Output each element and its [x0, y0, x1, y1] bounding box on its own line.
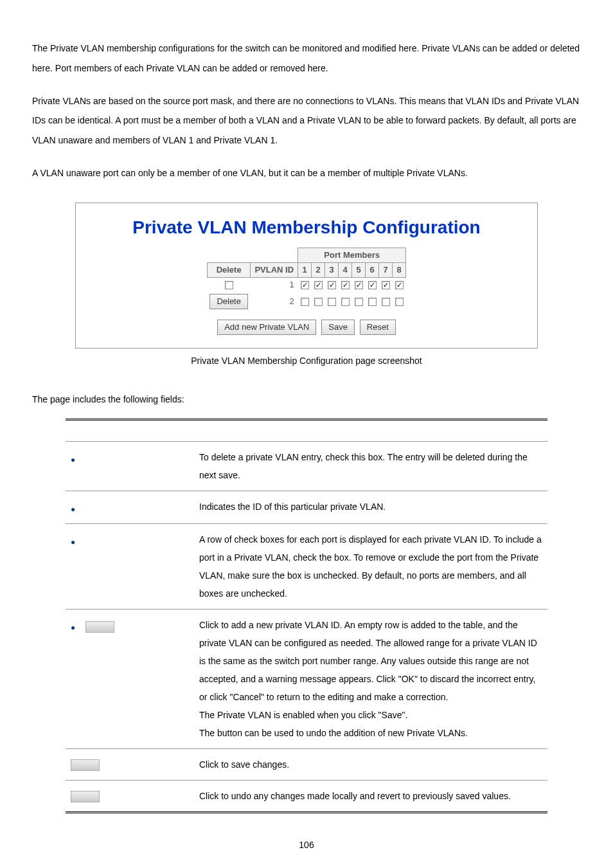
port-member-checkbox[interactable] — [341, 298, 350, 306]
intro-paragraph-3: A VLAN unaware port can only be a member… — [32, 163, 581, 183]
intro-paragraph-1: The Private VLAN membership configuratio… — [32, 39, 581, 78]
port-member-checkbox[interactable] — [382, 298, 390, 306]
table-row: ● Click to add a new private VLAN ID. An… — [66, 610, 547, 749]
button-row: Add new Private VLAN Save Reset — [95, 320, 518, 335]
field-description: To delete a private VLAN entry, check th… — [194, 442, 547, 491]
table-row: 1 — [207, 278, 405, 293]
port-member-checkbox[interactable] — [395, 281, 404, 289]
bullet-icon: ● — [71, 502, 75, 517]
port-member-checkbox[interactable] — [314, 298, 323, 306]
field-description: Click to save changes. — [194, 749, 547, 781]
port-member-checkbox[interactable] — [301, 298, 309, 306]
field-description: A row of check boxes for each port is di… — [194, 524, 547, 610]
port-member-checkbox[interactable] — [341, 281, 350, 289]
delete-checkbox[interactable] — [225, 281, 233, 289]
button-image-icon — [71, 759, 100, 771]
port-col-1: 1 — [298, 263, 312, 278]
bullet-icon: ● — [71, 620, 75, 635]
port-member-checkbox[interactable] — [314, 281, 323, 289]
config-table: Port Members Delete PVLAN ID 1 2 3 4 5 6… — [207, 248, 406, 311]
add-new-button[interactable]: Add new Private VLAN — [217, 320, 316, 335]
field-description: Indicates the ID of this particular priv… — [194, 491, 547, 524]
port-member-checkbox[interactable] — [395, 298, 404, 306]
delete-button[interactable]: Delete — [209, 294, 248, 309]
screenshot-caption: Private VLAN Membership Configuration pa… — [32, 355, 581, 368]
port-col-4: 4 — [339, 263, 352, 278]
port-member-checkbox[interactable] — [355, 298, 363, 306]
port-member-checkbox[interactable] — [382, 281, 390, 289]
table-row: ● Indicates the ID of this particular pr… — [66, 491, 547, 524]
port-col-2: 2 — [312, 263, 325, 278]
table-row: ● A row of check boxes for each port is … — [66, 524, 547, 610]
port-col-8: 8 — [393, 263, 406, 278]
bullet-icon: ● — [71, 534, 75, 550]
fields-intro: The page includes the following fields: — [32, 393, 581, 406]
port-member-checkbox[interactable] — [355, 281, 363, 289]
table-row: Delete 2 — [207, 293, 405, 311]
field-description: Click to undo any changes made locally a… — [194, 781, 547, 813]
field-description: Click to add a new private VLAN ID. An e… — [194, 610, 547, 749]
pvlan-id-cell: 2 — [251, 293, 298, 311]
fields-table: ● To delete a private VLAN entry, check … — [66, 419, 547, 813]
port-members-header: Port Members — [298, 248, 406, 262]
table-row: Click to undo any changes made locally a… — [66, 781, 547, 813]
pvlan-id-header: PVLAN ID — [251, 263, 298, 278]
port-col-5: 5 — [352, 263, 366, 278]
port-col-6: 6 — [366, 263, 379, 278]
page-number: 106 — [32, 839, 581, 852]
port-member-checkbox[interactable] — [368, 298, 377, 306]
screenshot-box: Private VLAN Membership Configuration Po… — [75, 203, 538, 348]
button-image-icon — [85, 621, 114, 633]
port-member-checkbox[interactable] — [328, 281, 336, 289]
save-button[interactable]: Save — [321, 320, 355, 335]
pvlan-id-cell: 1 — [251, 278, 298, 293]
port-member-checkbox[interactable] — [368, 281, 377, 289]
reset-button[interactable]: Reset — [360, 320, 396, 335]
intro-paragraph-2: Private VLANs are based on the source po… — [32, 91, 581, 150]
port-col-3: 3 — [325, 263, 339, 278]
delete-header: Delete — [207, 263, 251, 278]
table-row: ● To delete a private VLAN entry, check … — [66, 442, 547, 491]
screenshot-title: Private VLAN Membership Configuration — [95, 215, 518, 240]
port-member-checkbox[interactable] — [328, 298, 336, 306]
port-col-7: 7 — [379, 263, 393, 278]
port-member-checkbox[interactable] — [301, 281, 309, 289]
bullet-icon: ● — [71, 452, 75, 467]
button-image-icon — [71, 791, 100, 802]
table-row: Click to save changes. — [66, 749, 547, 781]
